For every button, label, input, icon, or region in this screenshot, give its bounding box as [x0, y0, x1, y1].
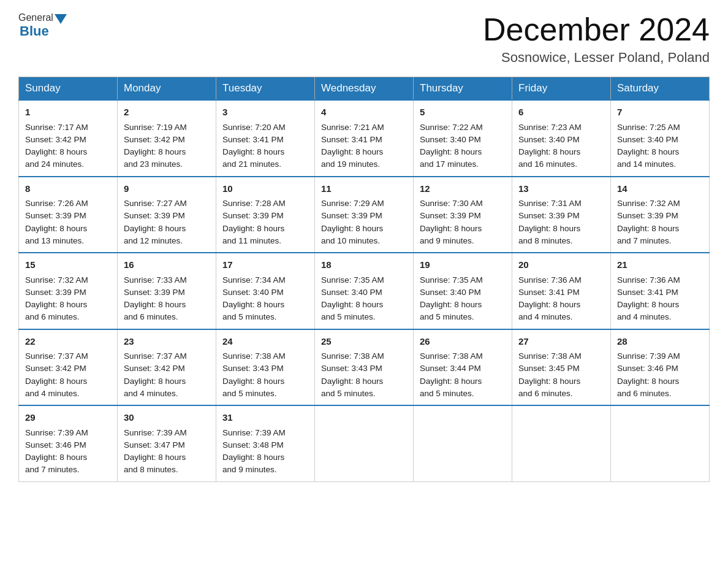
day-number: 8 — [25, 182, 111, 196]
calendar-week-row: 22 Sunrise: 7:37 AM Sunset: 3:42 PM Dayl… — [19, 329, 710, 406]
day-number: 24 — [222, 335, 308, 349]
calendar-cell: 5 Sunrise: 7:22 AM Sunset: 3:40 PM Dayli… — [414, 100, 512, 177]
calendar-week-row: 8 Sunrise: 7:26 AM Sunset: 3:39 PM Dayli… — [19, 177, 710, 253]
day-number: 23 — [124, 335, 210, 349]
day-number: 16 — [124, 258, 210, 272]
calendar-day-header: Thursday — [414, 77, 512, 101]
day-number: 18 — [321, 258, 407, 272]
day-number: 20 — [518, 258, 604, 272]
calendar-week-row: 15 Sunrise: 7:32 AM Sunset: 3:39 PM Dayl… — [19, 253, 710, 329]
day-number: 15 — [25, 258, 111, 272]
calendar-cell: 11 Sunrise: 7:29 AM Sunset: 3:39 PM Dayl… — [315, 177, 414, 253]
day-number: 28 — [617, 335, 703, 349]
day-number: 14 — [617, 182, 703, 196]
calendar-cell: 29 Sunrise: 7:39 AM Sunset: 3:46 PM Dayl… — [19, 405, 118, 481]
calendar-cell — [512, 405, 611, 481]
day-number: 25 — [321, 335, 407, 349]
day-number: 1 — [25, 105, 111, 120]
calendar-day-header: Monday — [118, 77, 216, 101]
calendar-cell: 10 Sunrise: 7:28 AM Sunset: 3:39 PM Dayl… — [216, 177, 315, 253]
day-number: 3 — [222, 105, 308, 120]
calendar-cell: 21 Sunrise: 7:36 AM Sunset: 3:41 PM Dayl… — [611, 253, 710, 329]
calendar-cell: 9 Sunrise: 7:27 AM Sunset: 3:39 PM Dayli… — [118, 177, 216, 253]
page-header: General Blue December 2024 Sosnowice, Le… — [18, 12, 710, 66]
day-number: 29 — [25, 411, 111, 425]
calendar-cell: 16 Sunrise: 7:33 AM Sunset: 3:39 PM Dayl… — [118, 253, 216, 329]
location-text: Sosnowice, Lesser Poland, Poland — [483, 50, 710, 66]
calendar-day-header: Friday — [512, 77, 611, 101]
calendar-cell: 19 Sunrise: 7:35 AM Sunset: 3:40 PM Dayl… — [414, 253, 512, 329]
calendar-cell — [611, 405, 710, 481]
day-number: 17 — [222, 258, 308, 272]
day-number: 19 — [420, 258, 506, 272]
calendar-cell: 24 Sunrise: 7:38 AM Sunset: 3:43 PM Dayl… — [216, 329, 315, 406]
day-number: 6 — [518, 105, 604, 120]
calendar-cell: 28 Sunrise: 7:39 AM Sunset: 3:46 PM Dayl… — [611, 329, 710, 406]
calendar-header-row: SundayMondayTuesdayWednesdayThursdayFrid… — [19, 77, 710, 101]
calendar-cell: 23 Sunrise: 7:37 AM Sunset: 3:42 PM Dayl… — [118, 329, 216, 406]
calendar-cell: 3 Sunrise: 7:20 AM Sunset: 3:41 PM Dayli… — [216, 100, 315, 177]
logo-blue-text: Blue — [18, 23, 49, 39]
day-number: 12 — [420, 182, 506, 196]
calendar-cell: 7 Sunrise: 7:25 AM Sunset: 3:40 PM Dayli… — [611, 100, 710, 177]
day-number: 27 — [518, 335, 604, 349]
day-number: 7 — [617, 105, 703, 120]
calendar-cell: 12 Sunrise: 7:30 AM Sunset: 3:39 PM Dayl… — [414, 177, 512, 253]
calendar-cell: 22 Sunrise: 7:37 AM Sunset: 3:42 PM Dayl… — [19, 329, 118, 406]
calendar-cell: 1 Sunrise: 7:17 AM Sunset: 3:42 PM Dayli… — [19, 100, 118, 177]
day-number: 2 — [124, 105, 210, 120]
logo-arrow-icon — [55, 14, 67, 24]
day-number: 21 — [617, 258, 703, 272]
calendar-cell — [414, 405, 512, 481]
day-number: 31 — [222, 411, 308, 425]
day-number: 4 — [321, 105, 407, 120]
calendar-cell: 30 Sunrise: 7:39 AM Sunset: 3:47 PM Dayl… — [118, 405, 216, 481]
day-number: 13 — [518, 182, 604, 196]
month-title: December 2024 — [483, 12, 710, 47]
calendar-cell: 17 Sunrise: 7:34 AM Sunset: 3:40 PM Dayl… — [216, 253, 315, 329]
calendar-day-header: Wednesday — [315, 77, 414, 101]
calendar-cell: 25 Sunrise: 7:38 AM Sunset: 3:43 PM Dayl… — [315, 329, 414, 406]
calendar-table: SundayMondayTuesdayWednesdayThursdayFrid… — [18, 77, 710, 482]
calendar-cell: 14 Sunrise: 7:32 AM Sunset: 3:39 PM Dayl… — [611, 177, 710, 253]
day-number: 30 — [124, 411, 210, 425]
calendar-cell: 31 Sunrise: 7:39 AM Sunset: 3:48 PM Dayl… — [216, 405, 315, 481]
calendar-cell: 18 Sunrise: 7:35 AM Sunset: 3:40 PM Dayl… — [315, 253, 414, 329]
logo-general-text: General — [18, 12, 53, 23]
day-number: 9 — [124, 182, 210, 196]
logo: General Blue — [18, 12, 68, 39]
calendar-cell: 6 Sunrise: 7:23 AM Sunset: 3:40 PM Dayli… — [512, 100, 611, 177]
calendar-week-row: 29 Sunrise: 7:39 AM Sunset: 3:46 PM Dayl… — [19, 405, 710, 481]
calendar-cell: 13 Sunrise: 7:31 AM Sunset: 3:39 PM Dayl… — [512, 177, 611, 253]
calendar-cell: 4 Sunrise: 7:21 AM Sunset: 3:41 PM Dayli… — [315, 100, 414, 177]
calendar-day-header: Sunday — [19, 77, 118, 101]
calendar-day-header: Saturday — [611, 77, 710, 101]
calendar-day-header: Tuesday — [216, 77, 315, 101]
day-number: 10 — [222, 182, 308, 196]
calendar-cell: 20 Sunrise: 7:36 AM Sunset: 3:41 PM Dayl… — [512, 253, 611, 329]
day-number: 5 — [420, 105, 506, 120]
calendar-cell — [315, 405, 414, 481]
day-number: 11 — [321, 182, 407, 196]
calendar-cell: 26 Sunrise: 7:38 AM Sunset: 3:44 PM Dayl… — [414, 329, 512, 406]
day-number: 22 — [25, 335, 111, 349]
calendar-cell: 15 Sunrise: 7:32 AM Sunset: 3:39 PM Dayl… — [19, 253, 118, 329]
title-block: December 2024 Sosnowice, Lesser Poland, … — [483, 12, 710, 66]
day-number: 26 — [420, 335, 506, 349]
calendar-cell: 2 Sunrise: 7:19 AM Sunset: 3:42 PM Dayli… — [118, 100, 216, 177]
calendar-cell: 8 Sunrise: 7:26 AM Sunset: 3:39 PM Dayli… — [19, 177, 118, 253]
calendar-week-row: 1 Sunrise: 7:17 AM Sunset: 3:42 PM Dayli… — [19, 100, 710, 177]
calendar-cell: 27 Sunrise: 7:38 AM Sunset: 3:45 PM Dayl… — [512, 329, 611, 406]
